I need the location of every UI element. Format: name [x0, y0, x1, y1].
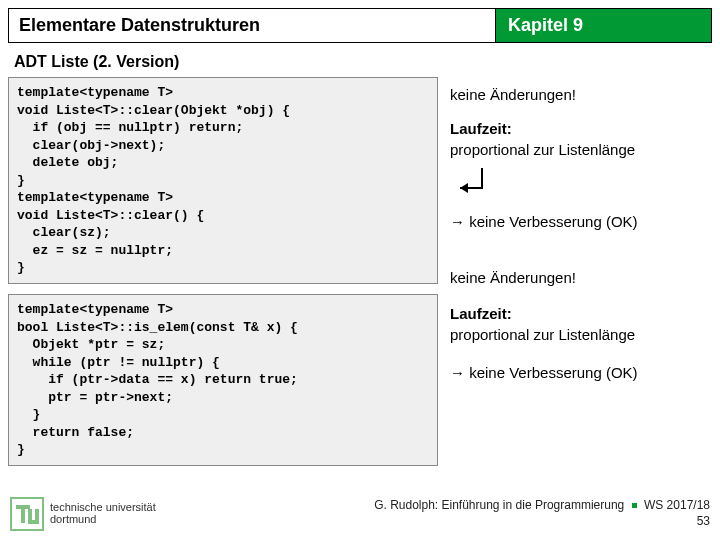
footer-uni-line1: technische universität [50, 501, 156, 513]
separator-icon [632, 503, 637, 508]
header-title-right: Kapitel 9 [496, 8, 712, 43]
code-block-iselem: template<typename T> bool Liste<T>::is_e… [8, 294, 438, 466]
header-title-left: Elementare Datenstrukturen [8, 8, 496, 43]
svg-rect-6 [28, 520, 39, 524]
svg-marker-0 [460, 183, 468, 193]
annotation-nochange-1: keine Änderungen! [450, 85, 712, 105]
footer-page-number: 53 [697, 514, 710, 528]
annotation-conclusion-2: → keine Verbesserung (OK) [450, 363, 712, 383]
footer-credit: G. Rudolph: Einführung in die Programmie… [374, 498, 624, 512]
slide-subtitle: ADT Liste (2. Version) [14, 53, 712, 71]
slide-header: Elementare Datenstrukturen Kapitel 9 [8, 8, 712, 43]
svg-rect-3 [21, 505, 25, 523]
arrow-icon [454, 164, 712, 204]
slide-footer: technische universität dortmund G. Rudol… [0, 492, 720, 540]
annotation-conclusion-1: → keine Verbesserung (OK) [450, 212, 712, 232]
footer-uni-line2: dortmund [50, 513, 96, 525]
tu-logo-icon [10, 497, 44, 531]
annotation-runtime-label-1: Laufzeit: [450, 120, 512, 137]
annotation-runtime-label-2: Laufzeit: [450, 305, 512, 322]
annotation-runtime-text-1: proportional zur Listenlänge [450, 141, 635, 158]
annotation-nochange-2: keine Änderungen! [450, 268, 712, 288]
footer-term: WS 2017/18 [644, 498, 710, 512]
annotation-runtime-text-2: proportional zur Listenlänge [450, 326, 635, 343]
code-block-clear: template<typename T> void Liste<T>::clea… [8, 77, 438, 284]
